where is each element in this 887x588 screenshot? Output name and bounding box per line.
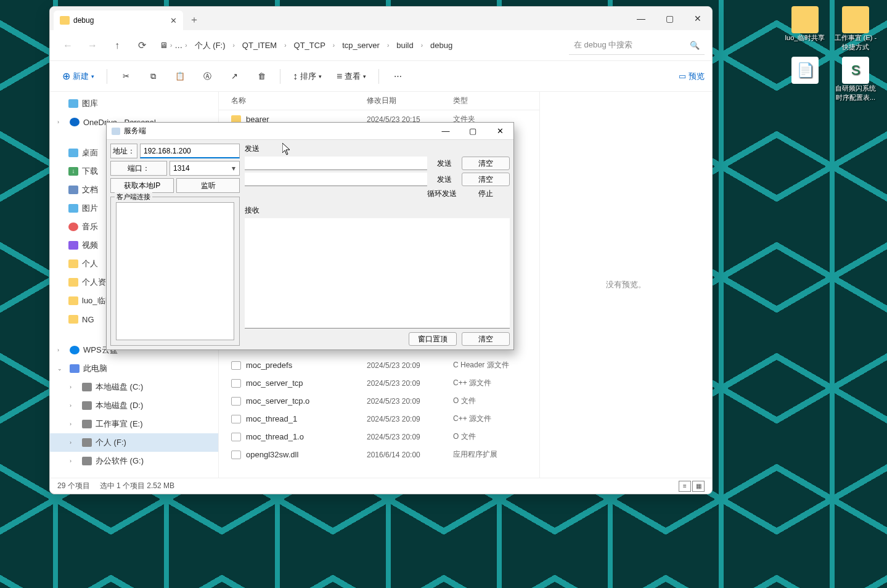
file-row[interactable]: moc_thread_12024/5/23 20:09C++ 源文件 bbox=[219, 410, 539, 428]
back-button[interactable]: ← bbox=[57, 35, 78, 56]
get-local-ip-button[interactable]: 获取本地IP bbox=[110, 178, 174, 193]
chevron-right-icon[interactable]: › bbox=[70, 458, 77, 464]
sidebar-item-drive-d[interactable]: ›本地磁盘 (D:) bbox=[50, 396, 218, 415]
chevron-right-icon[interactable]: › bbox=[57, 119, 65, 125]
send-input-1[interactable] bbox=[245, 157, 427, 170]
details-view-icon[interactable]: ≡ bbox=[679, 481, 691, 492]
stop-label[interactable]: 停止 bbox=[462, 189, 510, 199]
crumb-qt-item[interactable]: QT_ITEM bbox=[237, 38, 282, 52]
sidebar-item-drive-f[interactable]: ›个人 (F:) bbox=[50, 433, 218, 452]
file-row[interactable]: moc_server_tcp2024/5/23 20:09C++ 源文件 bbox=[219, 374, 539, 392]
trash-icon: 🗑 bbox=[258, 71, 266, 81]
file-date: 2016/6/14 20:00 bbox=[367, 451, 453, 459]
clear-button-1[interactable]: 清空 bbox=[462, 157, 510, 170]
listen-button[interactable]: 监听 bbox=[176, 178, 240, 193]
gallery-icon bbox=[68, 99, 78, 108]
chevron-right-icon[interactable]: › bbox=[70, 402, 77, 409]
sidebar-item-label: 视频 bbox=[82, 240, 98, 251]
more-button[interactable]: ⋯ bbox=[386, 66, 409, 87]
send-input-2[interactable] bbox=[245, 173, 427, 186]
column-date[interactable]: 修改日期 bbox=[367, 96, 453, 106]
file-row[interactable]: opengl32sw.dll2016/6/14 20:00应用程序扩展 bbox=[219, 446, 539, 463]
chevron-down-icon[interactable]: ⌄ bbox=[57, 365, 65, 372]
tab-debug[interactable]: debug ✕ bbox=[54, 10, 183, 30]
rename-button[interactable]: Ⓐ bbox=[196, 66, 218, 87]
drive-icon bbox=[82, 383, 92, 391]
pin-window-button[interactable]: 窗口置顶 bbox=[409, 332, 457, 346]
folder-icon bbox=[842, 6, 869, 33]
clear-button-2[interactable]: 清空 bbox=[462, 173, 510, 186]
address-input[interactable] bbox=[140, 144, 240, 158]
forward-button[interactable]: → bbox=[82, 35, 103, 56]
send-label-1[interactable]: 发送 bbox=[432, 158, 457, 169]
copy-button[interactable]: ⧉ bbox=[142, 66, 164, 87]
search-input[interactable]: 在 debug 中搜索 🔍 bbox=[569, 36, 705, 55]
file-row[interactable]: moc_server_tcp.o2024/5/23 20:09O 文件 bbox=[219, 392, 539, 410]
chevron-right-icon[interactable]: › bbox=[70, 421, 77, 427]
new-button[interactable]: ⊕ 新建 ▾ bbox=[57, 66, 99, 87]
file-icon bbox=[231, 415, 241, 423]
minimize-button[interactable]: — bbox=[627, 7, 655, 30]
view-label: 查看 bbox=[345, 71, 361, 82]
loop-send-label[interactable]: 循环发送 bbox=[427, 189, 457, 199]
clear-receive-button[interactable]: 清空 bbox=[462, 332, 510, 346]
sidebar-item-thispc[interactable]: ⌄此电脑 bbox=[50, 359, 218, 378]
new-tab-button[interactable]: ＋ bbox=[189, 14, 199, 30]
share-button[interactable]: ↗ bbox=[223, 66, 245, 87]
close-tab-icon[interactable]: ✕ bbox=[170, 16, 177, 25]
desktop-icon-work-shortcut[interactable]: 工作事宜 (E) - 快捷方式 bbox=[833, 6, 878, 52]
folder-icon bbox=[791, 6, 819, 33]
tab-label: debug bbox=[73, 16, 94, 25]
desktop-icon-luo[interactable]: luo_临时共享 bbox=[782, 6, 828, 52]
cut-button[interactable]: ✂ bbox=[115, 66, 137, 87]
chevron-right-icon[interactable]: › bbox=[70, 384, 77, 390]
breadcrumb[interactable]: 🖥 › … › 个人 (F:) › QT_ITEM › QT_TCP › tcp… bbox=[160, 38, 565, 54]
file-date: 2024/5/23 20:09 bbox=[367, 397, 453, 406]
up-button[interactable]: ↑ bbox=[107, 35, 128, 56]
crumb-drive[interactable]: 个人 (F:) bbox=[190, 38, 231, 54]
file-row[interactable]: moc_predefs2024/5/23 20:09C Header 源文件 bbox=[219, 356, 539, 374]
dialog-minimize-button[interactable]: — bbox=[432, 123, 459, 140]
column-name[interactable]: 名称 bbox=[219, 96, 367, 106]
send-label-2[interactable]: 发送 bbox=[432, 174, 457, 185]
chevron-right-icon: › bbox=[232, 42, 236, 49]
preview-toggle[interactable]: ▭ 预览 bbox=[679, 71, 705, 82]
sidebar-item-drive-g[interactable]: ›办公软件 (G:) bbox=[50, 452, 218, 470]
file-row[interactable]: moc_thread_1.o2024/5/23 20:09O 文件 bbox=[219, 428, 539, 446]
file-icon bbox=[231, 361, 241, 370]
sort-button[interactable]: ↕ 排序 ▾ bbox=[288, 66, 327, 87]
chevron-right-icon[interactable]: › bbox=[70, 439, 77, 446]
port-combo[interactable]: 1314 bbox=[170, 161, 240, 176]
ellipsis-icon[interactable]: … bbox=[174, 41, 182, 50]
receive-area: 接收 窗口置顶 清空 bbox=[245, 205, 510, 346]
sidebar-item-gallery[interactable]: 图库 bbox=[50, 94, 218, 113]
crumb-qt-tcp[interactable]: QT_TCP bbox=[289, 38, 330, 52]
paste-button[interactable]: 📋 bbox=[169, 66, 191, 87]
onedrive-icon bbox=[70, 118, 80, 126]
crumb-tcp-server[interactable]: tcp_server bbox=[337, 38, 385, 52]
sidebar-item-drive-e[interactable]: ›工作事宜 (E:) bbox=[50, 415, 218, 433]
column-type[interactable]: 类型 bbox=[453, 96, 539, 106]
delete-button[interactable]: 🗑 bbox=[250, 66, 272, 87]
receive-textarea[interactable] bbox=[245, 218, 510, 329]
share-icon: ↗ bbox=[231, 71, 238, 81]
dialog-maximize-button[interactable]: ▢ bbox=[459, 123, 486, 140]
desktop-icon-spreadsheet[interactable]: S 自研频闪系统时序配置表... bbox=[833, 57, 878, 102]
dialog-close-button[interactable]: ✕ bbox=[486, 123, 513, 140]
dialog-titlebar[interactable]: 服务端 — ▢ ✕ bbox=[107, 123, 513, 140]
client-connections-label: 客户端连接 bbox=[115, 192, 152, 202]
chevron-right-icon[interactable]: › bbox=[57, 347, 65, 353]
crumb-debug[interactable]: debug bbox=[425, 38, 457, 52]
sidebar-item-drive-c[interactable]: ›本地磁盘 (C:) bbox=[50, 378, 218, 396]
sidebar-item-label: 工作事宜 (E:) bbox=[96, 419, 143, 430]
file-name: moc_server_tcp.o bbox=[246, 396, 309, 406]
maximize-button[interactable]: ▢ bbox=[655, 7, 684, 30]
refresh-button[interactable]: ⟳ bbox=[131, 35, 152, 56]
client-connections-list[interactable] bbox=[116, 202, 234, 340]
desktop-icon-txt[interactable]: 📄 bbox=[782, 57, 828, 102]
crumb-build[interactable]: build bbox=[391, 38, 418, 52]
file-date: 2024/5/23 20:09 bbox=[367, 361, 453, 370]
tiles-view-icon[interactable]: ▦ bbox=[692, 481, 705, 492]
view-button[interactable]: ≡ 查看 ▾ bbox=[332, 66, 371, 87]
close-button[interactable]: ✕ bbox=[684, 7, 712, 30]
